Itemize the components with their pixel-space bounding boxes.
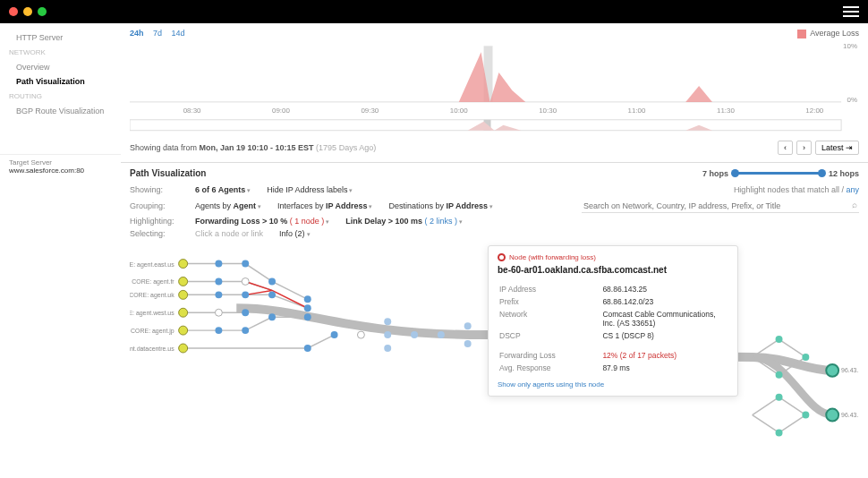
agent-node[interactable] <box>179 260 188 269</box>
hop-node[interactable] <box>331 331 338 338</box>
svg-text:11:30: 11:30 <box>717 107 735 115</box>
hop-node[interactable] <box>242 327 249 334</box>
agent-node[interactable] <box>179 277 188 286</box>
hop-node[interactable] <box>357 331 364 338</box>
timeline-chart[interactable]: 10% 0% 08:3009:0009:3010:00 10:3011:0011… <box>130 41 859 135</box>
match-any-link[interactable]: any <box>846 185 859 194</box>
next-button[interactable]: › <box>796 141 812 155</box>
agent-node[interactable] <box>179 326 188 335</box>
hop-node[interactable] <box>776 429 783 436</box>
hop-node[interactable] <box>304 304 311 312</box>
group-dest-dropdown[interactable]: Destinations by IP Address <box>389 201 494 210</box>
svg-text:11:30: 11:30 <box>717 134 733 135</box>
x-axis-ticks-1: 08:3009:0009:3010:00 10:3011:0011:3012:0… <box>183 107 824 115</box>
time-window-label: Showing data from Mon, Jan 19 10:10 - 10… <box>130 141 859 155</box>
hop-node[interactable] <box>384 345 391 352</box>
group-agents-dropdown[interactable]: Agents by Agent <box>195 201 261 210</box>
minimize-window-icon[interactable] <box>23 7 32 16</box>
target-label: Target Server <box>9 158 112 166</box>
highlight-search-input[interactable] <box>582 200 859 213</box>
agent-node[interactable] <box>179 290 188 299</box>
hop-node[interactable] <box>464 322 472 329</box>
path-viz-header: Path Visualization 7 hops 12 hops <box>130 163 859 184</box>
sidebar-item-http-server[interactable]: HTTP Server <box>0 30 121 45</box>
traffic-lights <box>9 7 47 16</box>
svg-text:09:00: 09:00 <box>272 134 288 135</box>
hop-node[interactable] <box>242 291 249 298</box>
range-7d[interactable]: 7d <box>153 29 162 38</box>
hop-node[interactable] <box>215 309 222 316</box>
hop-node[interactable] <box>304 345 311 352</box>
sidebar: HTTP Server NETWORK Overview Path Visual… <box>0 23 121 478</box>
highlight-match: Highlight nodes that match all / any <box>734 185 859 194</box>
info-dropdown[interactable]: Info (2) <box>279 229 310 238</box>
agents-dropdown[interactable]: 6 of 6 Agents <box>195 185 251 194</box>
node-tooltip: Node (with forwarding loss) be-60-ar01.o… <box>488 245 738 397</box>
hop-node[interactable] <box>384 318 391 325</box>
slider-handle-max[interactable] <box>818 169 826 177</box>
tooltip-filter-link[interactable]: Show only agents using this node <box>498 380 728 388</box>
group-interfaces-dropdown[interactable]: Interfaces by IP Address <box>277 201 373 210</box>
link-delay-filter[interactable]: Link Delay > 100 ms ( 2 links ) <box>345 217 463 226</box>
agent-label: CORE: agent.west.us <box>130 310 174 317</box>
maximize-window-icon[interactable] <box>38 7 47 16</box>
sidebar-item-bgp-route[interactable]: BGP Route Visualization <box>0 104 121 118</box>
tooltip-title: be-60-ar01.oakland.ca.sfba.comcast.net <box>498 265 728 275</box>
hop-node[interactable] <box>242 277 249 285</box>
select-hint: Click a node or link <box>195 229 263 238</box>
dest-label: 96.43.144.26 <box>841 367 859 373</box>
hop-node[interactable] <box>802 412 809 419</box>
path-topology[interactable]: CORE: agent.east.us CORE: agent.fr CORE:… <box>130 245 859 451</box>
search-icon[interactable]: ⌕ <box>852 200 857 209</box>
latest-button[interactable]: Latest ⇥ <box>815 141 859 155</box>
pv-controls: Showing: 6 of 6 Agents Hide IP Address l… <box>130 184 859 240</box>
svg-text:10:00: 10:00 <box>450 107 468 115</box>
hop-node[interactable] <box>215 260 222 268</box>
hide-labels-dropdown[interactable]: Hide IP Address labels <box>267 185 353 194</box>
hop-node[interactable] <box>776 336 783 343</box>
window-titlebar <box>0 0 868 23</box>
hop-node[interactable] <box>802 354 809 361</box>
tooltip-header: Node (with forwarding loss) <box>498 253 728 261</box>
hop-node[interactable] <box>242 309 249 316</box>
hop-node[interactable] <box>215 277 222 285</box>
hop-node[interactable] <box>438 331 445 338</box>
agent-node[interactable] <box>179 344 188 353</box>
svg-text:10:00: 10:00 <box>450 134 466 135</box>
hops-range-slider[interactable] <box>734 172 823 175</box>
svg-text:09:30: 09:30 <box>361 134 377 135</box>
slider-handle-min[interactable] <box>731 169 739 177</box>
hop-node[interactable] <box>242 260 249 268</box>
sidebar-item-overview[interactable]: Overview <box>0 60 121 74</box>
hop-node[interactable] <box>776 394 783 401</box>
hop-node[interactable] <box>776 371 783 379</box>
close-window-icon[interactable] <box>9 7 18 16</box>
hop-node[interactable] <box>215 327 222 334</box>
hop-node[interactable] <box>304 313 311 320</box>
sidebar-item-path-visualization[interactable]: Path Visualization <box>0 74 121 89</box>
hops-slider: 7 hops 12 hops <box>702 169 859 178</box>
destination-node[interactable] <box>826 364 838 377</box>
hop-node[interactable] <box>268 291 276 298</box>
hop-node[interactable] <box>411 331 418 338</box>
menu-icon[interactable] <box>843 6 859 17</box>
time-range-selector: 24h 7d 14d Average Loss <box>130 29 859 38</box>
range-14d[interactable]: 14d <box>172 29 185 38</box>
mini-loss-2 <box>685 125 712 131</box>
hop-node[interactable] <box>268 277 276 285</box>
hop-node[interactable] <box>464 340 472 347</box>
hop-node[interactable] <box>384 331 391 338</box>
hop-node[interactable] <box>215 291 222 298</box>
hop-node[interactable] <box>304 295 311 303</box>
prev-button[interactable]: ‹ <box>778 141 793 155</box>
pager-controls: ‹ › Latest ⇥ <box>778 141 859 155</box>
pv-title: Path Visualization <box>130 168 206 178</box>
range-24h[interactable]: 24h <box>130 29 144 38</box>
svg-text:09:00: 09:00 <box>272 107 290 115</box>
destination-node[interactable] <box>826 409 838 422</box>
forwarding-loss-filter[interactable]: Forwarding Loss > 10 % ( 1 node ) <box>195 217 329 226</box>
target-server-info: Target Server www.salesforce.com:80 <box>0 154 121 178</box>
agent-label: CORE: agent.fr <box>132 278 174 286</box>
hop-node[interactable] <box>268 313 276 320</box>
agent-node[interactable] <box>179 308 188 317</box>
